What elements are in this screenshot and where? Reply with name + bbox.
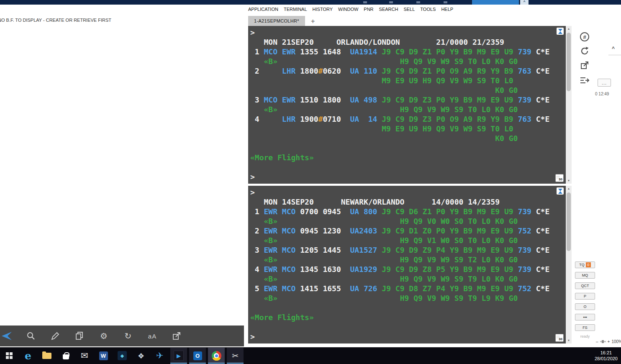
terminal-line[interactable]: «B» H9 Q9 V1 W0 S0 T0 L0 K0 G0 — [250, 236, 549, 245]
zoom-knob[interactable] — [602, 340, 604, 343]
edit-pencil-icon[interactable] — [49, 330, 61, 342]
settings-gear-icon[interactable]: ⚙ — [98, 330, 110, 342]
menu-terminal[interactable]: TERMINAL — [284, 7, 307, 12]
terminal-line[interactable]: > — [250, 332, 549, 341]
new-tab-button[interactable]: + — [308, 17, 318, 26]
terminal-line[interactable]: «B» H9 Q9 V9 W9 S9 T9 L0 K0 G0 — [250, 274, 549, 284]
zoom-in-icon[interactable]: + — [608, 339, 610, 344]
terminal-line[interactable]: > — [250, 172, 549, 182]
booking-file-panel[interactable]: NO B.F. TO DISPLAY - CREATE OR RETRIEVE … — [0, 14, 244, 326]
terminal-line[interactable]: M9 E9 U9 H9 Q9 V9 W9 S9 T0 L0 — [250, 124, 549, 133]
font-size-icon[interactable]: aA — [146, 330, 158, 342]
app-hub-icon[interactable]: ❖ — [133, 348, 149, 364]
terminal-line[interactable] — [250, 303, 549, 313]
corporate-app-icon[interactable]: ◆ — [114, 348, 131, 364]
taskbar-clock[interactable]: 16:21 28/01/2020 — [595, 350, 618, 361]
refresh-icon[interactable]: ↻ — [122, 330, 134, 342]
terminal-line[interactable]: 2 LHR 1800#0620 UA 110 J9 C9 D9 Z1 P0 O9… — [250, 66, 549, 76]
airplane-icon[interactable]: ✈ — [151, 348, 168, 364]
search-icon[interactable] — [25, 330, 37, 342]
menu-sell[interactable]: SELL — [403, 7, 415, 12]
scrollbar-thumb[interactable] — [567, 192, 571, 251]
queue-button-qct[interactable]: QCT — [575, 282, 595, 289]
terminal-line[interactable]: K0 G0 — [250, 85, 549, 95]
media-player-icon[interactable]: ▶ — [170, 348, 187, 364]
terminal-line[interactable]: «More Flights» — [250, 153, 549, 162]
terminal-line[interactable]: 4 LHR 1900#0710 UA 14 J9 C9 D9 Z3 P0 O9 … — [250, 114, 549, 124]
zoom-control[interactable]: – + 100% — [596, 339, 621, 344]
menu-application[interactable]: APPLICATION — [248, 7, 278, 12]
terminal-window-1[interactable]: > MON 21SEP20 ORLANDO/LONDON 21/0000 21/… — [248, 26, 566, 184]
terminal-line[interactable]: M9 E9 U9 H9 Q9 V9 W9 S9 T0 L0 — [250, 76, 549, 85]
terminal-content-2[interactable]: > MON 14SEP20 NEWARK/ORLANDO 14/0000 14/… — [250, 187, 549, 341]
scrollbar-thumb[interactable] — [567, 33, 571, 91]
titlebar-button[interactable] — [472, 0, 519, 5]
terminal-line[interactable]: > — [250, 187, 549, 197]
terminal-line[interactable] — [250, 143, 549, 153]
store-icon[interactable] — [57, 348, 74, 364]
collapse-chevron-icon[interactable]: ^ — [612, 46, 615, 51]
open-external-icon[interactable] — [171, 330, 182, 342]
menu-history[interactable]: HISTORY — [313, 7, 333, 12]
terminal-line[interactable]: «B» H9 Q9 V9 W9 S9 T9 L9 K9 G0 — [250, 293, 549, 303]
menu-pnr[interactable]: PNR — [364, 7, 373, 12]
terminal-line[interactable]: MON 14SEP20 NEWARK/ORLANDO 14/0000 14/23… — [250, 197, 549, 207]
calendar-icon[interactable]: ▪▪▪▪▪▪ 30 — [555, 334, 564, 342]
zoom-out-icon[interactable]: – — [596, 339, 598, 344]
queue-button-mq[interactable]: MQ — [575, 272, 595, 279]
terminal-line[interactable]: 1 EWR MCO 0700 0945 UA 800 J9 C9 D6 Z1 P… — [250, 207, 549, 216]
terminal-line[interactable]: K0 G0 — [250, 133, 549, 143]
queue-button-o[interactable]: O — [575, 303, 595, 310]
menu-tools[interactable]: TOOLS — [420, 7, 436, 12]
terminal-tab[interactable]: 1-A21SEPMCOLHR* — [248, 16, 305, 26]
calendar-icon[interactable]: ▪▪▪▪▪▪ 30 — [555, 174, 564, 182]
sync-icon[interactable] — [579, 46, 590, 56]
terminal-line[interactable]: 3 EWR MCO 1205 1445 UA1527 J9 C9 D9 Z9 P… — [250, 245, 549, 255]
terminal-line[interactable]: 2 EWR MCO 0945 1230 UA2403 J9 C9 D1 Z0 P… — [250, 226, 549, 236]
terminal-line[interactable]: «B» H9 Q9 V9 W9 S9 T2 L0 K0 G0 — [250, 255, 549, 264]
menu-search[interactable]: SEARCH — [379, 7, 398, 12]
menu-help[interactable]: HELP — [441, 7, 453, 12]
zoom-slider[interactable] — [600, 341, 606, 342]
edge-icon[interactable]: e — [20, 348, 36, 364]
terminal-scrollbar-1[interactable]: ▲ ▼ — [566, 26, 572, 184]
terminal-line[interactable]: MON 21SEP20 ORLANDO/LONDON 21/0000 21/23… — [250, 37, 549, 47]
terminal-line[interactable]: «More Flights» — [250, 313, 549, 322]
terminal-line[interactable]: > — [250, 28, 549, 37]
hash-circle-icon[interactable]: # — [579, 31, 590, 42]
terminal-window-2[interactable]: > MON 14SEP20 NEWARK/ORLANDO 14/0000 14/… — [248, 186, 566, 343]
terminal-content-1[interactable]: > MON 21SEP20 ORLANDO/LONDON 21/0000 21/… — [250, 28, 549, 182]
file-explorer-icon[interactable] — [38, 348, 55, 364]
queue-button-dots[interactable]: ▪▪▪ — [575, 314, 595, 320]
start-grid-icon[interactable] — [1, 348, 18, 364]
terminal-line[interactable]: «B» H9 Q9 V9 W9 S9 T0 L0 K0 G0 — [250, 105, 549, 114]
snipping-tool-icon[interactable]: ✂ — [227, 348, 244, 364]
chrome-icon[interactable] — [208, 348, 225, 364]
queue-button-p[interactable]: P — [575, 293, 595, 300]
queue-button-tq[interactable]: TQ0 — [575, 261, 595, 268]
terminal-line[interactable]: «B» H9 Q9 V0 W0 S0 T0 L0 K0 G0 — [250, 216, 549, 226]
open-external-icon[interactable] — [579, 60, 590, 71]
word-icon[interactable]: W — [95, 348, 112, 364]
terminal-scrollbar-2[interactable]: ▲ ▼ — [566, 186, 572, 343]
scroll-up-icon[interactable]: ▲ — [566, 186, 572, 192]
menu-window[interactable]: WINDOW — [338, 7, 358, 12]
outlook-icon[interactable]: O — [189, 348, 206, 364]
terminal-line[interactable]: 1 MCO EWR 1355 1648 UA1914 J9 C9 D9 Z1 P… — [250, 47, 549, 56]
terminal-window-icon[interactable] — [557, 187, 564, 195]
scroll-down-icon[interactable]: ▼ — [566, 178, 572, 184]
terminal-line[interactable] — [250, 322, 549, 332]
queue-button-fs[interactable]: FS — [575, 324, 595, 331]
terminal-window-icon[interactable] — [557, 28, 564, 35]
window-titlebar[interactable]: ^ — [0, 0, 621, 5]
titlebar-expand-button[interactable]: ^ — [520, 0, 529, 5]
terminal-line[interactable]: 4 EWR MCO 1345 1630 UA1929 J9 C9 D9 Z8 P… — [250, 264, 549, 274]
scroll-up-icon[interactable]: ▲ — [566, 26, 572, 32]
more-options-button[interactable]: ... — [598, 79, 611, 87]
mail-icon[interactable]: ✉ — [76, 348, 93, 364]
copy-icon[interactable] — [74, 330, 85, 342]
terminal-line[interactable]: 3 MCO EWR 1510 1800 UA 498 J9 C9 D9 Z3 P… — [250, 95, 549, 105]
scroll-down-icon[interactable]: ▼ — [566, 338, 572, 343]
terminal-line[interactable]: «B» H9 Q9 V9 W9 S9 T0 L0 K0 G0 — [250, 56, 549, 66]
terminal-line[interactable] — [250, 162, 549, 172]
